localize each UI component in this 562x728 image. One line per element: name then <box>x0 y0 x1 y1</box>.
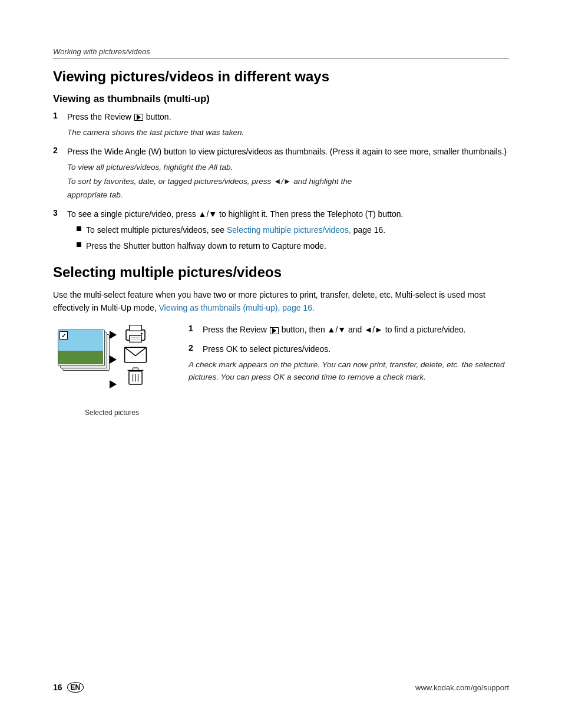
play-triangle-icon-2 <box>272 328 276 334</box>
s2-step-1-text: Press the Review button, then ▲/▼ and ◄/… <box>203 324 509 336</box>
step-3-block: 3 To see a single picture/video, press ▲… <box>53 208 509 252</box>
section2-step-2: 2 Press OK to select pictures/videos. A … <box>189 343 509 383</box>
play-triangle-icon <box>137 114 141 120</box>
bullet-text-1: To select multiple pictures/videos, see … <box>86 224 385 236</box>
step-3-num: 3 <box>53 208 64 218</box>
photo-card-front: ✓ <box>58 330 105 366</box>
s2-step-2-italic: A check mark appears on the picture. You… <box>189 359 509 383</box>
printer-icon <box>124 324 147 344</box>
review-button-icon-2 <box>270 327 279 334</box>
section-label: Working with pictures/videos <box>53 47 509 56</box>
footer: 16 EN www.kodak.com/go/support <box>53 682 509 693</box>
arrows-container <box>110 331 117 388</box>
step-2-italic-1: To view all pictures/videos, highlight t… <box>67 162 509 173</box>
svg-rect-3 <box>131 337 140 338</box>
trash-icon <box>127 366 144 386</box>
section2-intro: Use the multi-select feature when you ha… <box>53 289 509 314</box>
link-thumbnails[interactable]: Viewing as thumbnails (multi-up), page 1… <box>158 303 314 312</box>
divider <box>53 58 509 59</box>
arrow-right-3 <box>110 380 117 388</box>
ground-bg <box>58 351 103 364</box>
footer-url: www.kodak.com/go/support <box>415 683 509 692</box>
arrow-right-1 <box>110 331 117 339</box>
step-2-text: Press the Wide Angle (W) button to view … <box>67 146 509 158</box>
envelope-icon <box>124 346 147 364</box>
step-1-text: Press the Review button. <box>67 111 509 123</box>
main-heading: Viewing pictures/videos in different way… <box>53 68 509 85</box>
bullet-item-2: Press the Shutter button halfway down to… <box>77 240 509 252</box>
checkmark-badge: ✓ <box>59 331 68 340</box>
step-2-italic-2: To sort by favorites, date, or tagged pi… <box>67 176 509 187</box>
image-column: ✓ <box>53 324 171 417</box>
bullet-text-1-suffix: page 16. <box>351 225 385 235</box>
bullet-text-2: Press the Shutter button halfway down to… <box>86 240 326 252</box>
section2-heading: Selecting multiple pictures/videos <box>53 264 509 281</box>
device-icons <box>124 324 147 386</box>
s2-step-2-num: 2 <box>189 343 199 353</box>
bullet-square-icon-2 <box>77 242 81 247</box>
step-2-block: 2 Press the Wide Angle (W) button to vie… <box>53 146 509 201</box>
svg-point-5 <box>140 333 142 335</box>
language-badge: EN <box>67 682 84 693</box>
section2: Selecting multiple pictures/videos Use t… <box>53 264 509 417</box>
step-1-italic: The camera shows the last picture that w… <box>67 127 509 139</box>
svg-rect-4 <box>131 339 140 340</box>
bullet-list: To select multiple pictures/videos, see … <box>77 224 509 252</box>
s2-step-1-num: 1 <box>189 324 199 333</box>
link-selecting[interactable]: Selecting multiple pictures/videos, <box>227 225 351 235</box>
step-2-italic-3: appropriate tab. <box>67 189 509 201</box>
svg-rect-1 <box>129 325 141 331</box>
bullet-square-icon <box>77 226 81 231</box>
step-2-num: 2 <box>53 146 64 155</box>
section2-step-1: 1 Press the Review button, then ▲/▼ and … <box>189 324 509 336</box>
page: Working with pictures/videos Viewing pic… <box>0 0 562 728</box>
step-3-text: To see a single picture/video, press ▲/▼… <box>67 208 509 220</box>
selected-pictures-label: Selected pictures <box>85 409 139 417</box>
review-button-icon <box>134 114 143 121</box>
camera-illustration: ✓ <box>58 324 167 406</box>
arrow-right-2 <box>110 355 117 364</box>
step-1-num: 1 <box>53 111 64 120</box>
multi-select-area: ✓ <box>53 324 509 417</box>
page-number: 16 <box>53 683 62 692</box>
s2-step-2-text: Press OK to select pictures/videos. <box>203 343 509 355</box>
step-1-block: 1 Press the Review button. The camera sh… <box>53 111 509 139</box>
sub-heading-thumbnails: Viewing as thumbnails (multi-up) <box>53 93 509 105</box>
steps-column: 1 Press the Review button, then ▲/▼ and … <box>183 324 509 390</box>
svg-rect-9 <box>133 368 138 370</box>
bullet-item-1: To select multiple pictures/videos, see … <box>77 224 509 236</box>
footer-left: 16 EN <box>53 682 84 693</box>
